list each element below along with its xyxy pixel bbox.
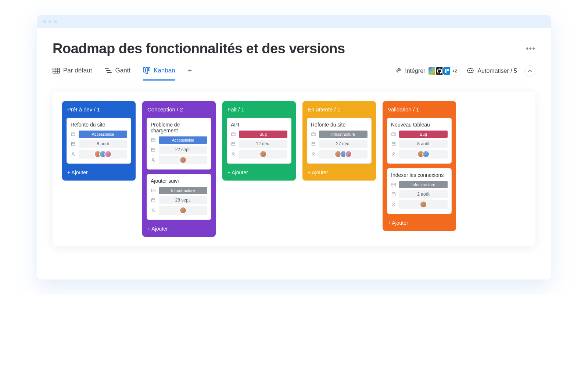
svg-rect-8 [143,68,145,72]
svg-point-32 [153,158,154,160]
svg-rect-49 [312,142,315,146]
svg-rect-42 [232,142,235,146]
avatar [104,150,112,158]
category-icon [71,132,76,136]
column-header[interactable]: Validation / 1 [387,106,452,113]
card-title: Nouveau tableau [391,122,448,128]
tab-default[interactable]: Par défaut [53,67,92,79]
kanban-column: Fait / 1APIBug12 déc.+ Ajouter [222,101,296,181]
add-card-button[interactable]: + Ajouter [387,218,452,226]
svg-rect-56 [392,142,395,146]
avatar [420,201,427,208]
card-assignees [159,156,207,164]
svg-rect-54 [392,133,395,136]
svg-point-53 [313,153,314,154]
view-toolbar: Par défaut Gantt [37,60,551,81]
svg-rect-0 [53,68,60,73]
browser-frame: Roadmap des fonctionnalités et des versi… [37,15,551,280]
card-tag: Infrastructure [399,181,448,188]
card-title: Problème de chargement [151,122,207,133]
plug-icon [395,67,402,75]
view-tabs: Par défaut Gantt [53,67,192,80]
person-icon [391,202,396,207]
svg-point-15 [471,70,472,71]
add-card-button[interactable]: + Ajouter [147,224,211,232]
add-card-button[interactable]: + Ajouter [67,168,131,175]
card-tag: Accessibilité [79,131,127,138]
tab-kanban[interactable]: Kanban [143,67,175,81]
kanban-card[interactable]: Problème de chargementAccessibilité22 se… [147,118,211,170]
svg-rect-19 [71,133,75,136]
column-header[interactable]: Prêt à dev / 1 [67,106,131,113]
calendar-icon [311,142,316,146]
integrate-button[interactable]: Intégrer +2 [395,67,459,75]
kanban-column: Validation / 1Nouveau tableauBug8 aoûtIn… [383,101,456,231]
add-card-button[interactable]: + Ajouter [227,168,291,175]
more-actions-button[interactable]: ••• [526,41,535,53]
integration-icons: +2 [429,67,459,75]
kanban-card[interactable]: Refonte du siteInfrastructure27 déc. [307,118,372,164]
person-icon [391,152,396,156]
robot-icon [467,67,474,75]
window-dot [49,20,51,23]
kanban-icon [143,67,150,74]
kanban-column: Prêt à dev / 1Refonte du siteAccessibili… [62,101,136,181]
column-header[interactable]: Conception / 2 [147,106,211,113]
svg-rect-26 [151,139,155,142]
svg-point-39 [153,209,154,210]
tab-gantt[interactable]: Gantt [104,67,130,79]
svg-rect-13 [468,69,473,72]
card-title: Refonte du site [311,122,368,128]
page-title: Roadmap des fonctionnalités et des versi… [53,41,345,57]
window-dot [43,20,46,23]
avatar [259,150,267,158]
column-header[interactable]: En attente / 1 [307,106,372,113]
card-assignees [79,150,127,158]
integration-more-count[interactable]: +2 [450,67,459,75]
kanban-card[interactable]: Refonte du siteAccessibilité8 août [67,118,131,164]
add-card-button[interactable]: + Ajouter [307,168,372,175]
kanban-board: Prêt à dev / 1Refonte du siteAccessibili… [53,92,535,246]
svg-rect-63 [392,193,395,196]
category-icon [231,132,236,136]
category-icon [151,138,156,142]
toolbar-right: Intégrer +2 [395,65,535,81]
kanban-card[interactable]: Nouveau tableauBug8 août [387,118,452,164]
kanban-card[interactable]: APIBug12 déc. [227,118,291,164]
avatar [345,150,352,158]
card-title: Indexer les connexions [391,172,448,178]
collapse-toolbar-button[interactable] [524,65,535,76]
integrate-label: Intégrer [405,68,425,74]
card-assignees [159,206,207,215]
person-icon [231,152,236,156]
svg-rect-9 [146,68,148,74]
category-icon [311,132,316,136]
card-assignees [319,150,368,158]
board-area: Prêt à dev / 1Refonte du siteAccessibili… [37,81,551,279]
svg-point-25 [72,153,74,154]
add-view-button[interactable]: + [188,67,192,80]
gantt-icon [104,67,112,74]
card-date: 12 déc. [239,140,287,148]
grid-icon [53,67,60,74]
card-tag: Infrastructure [159,187,207,194]
svg-rect-35 [152,199,155,202]
category-icon [151,188,156,193]
app: Roadmap des fonctionnalités et des versi… [37,28,551,279]
automate-button[interactable]: Automatiser / 5 [467,67,517,75]
card-title: Ajouter suivi [151,178,207,184]
svg-rect-47 [312,133,315,136]
card-date: 28 sept. [159,196,207,204]
card-tag: Infrastructure [319,131,368,138]
kanban-card[interactable]: Ajouter suiviInfrastructure28 sept. [147,174,211,220]
svg-point-67 [393,203,394,204]
column-header[interactable]: Fait / 1 [227,106,291,113]
tab-label: Par défaut [63,67,92,74]
svg-rect-11 [445,69,447,73]
card-date: 8 août [79,140,127,148]
card-assignees [239,150,287,158]
svg-rect-28 [152,148,155,152]
svg-rect-40 [232,133,235,136]
calendar-icon [391,142,396,146]
kanban-card[interactable]: Indexer les connexionsInfrastructure2 ao… [387,168,452,214]
